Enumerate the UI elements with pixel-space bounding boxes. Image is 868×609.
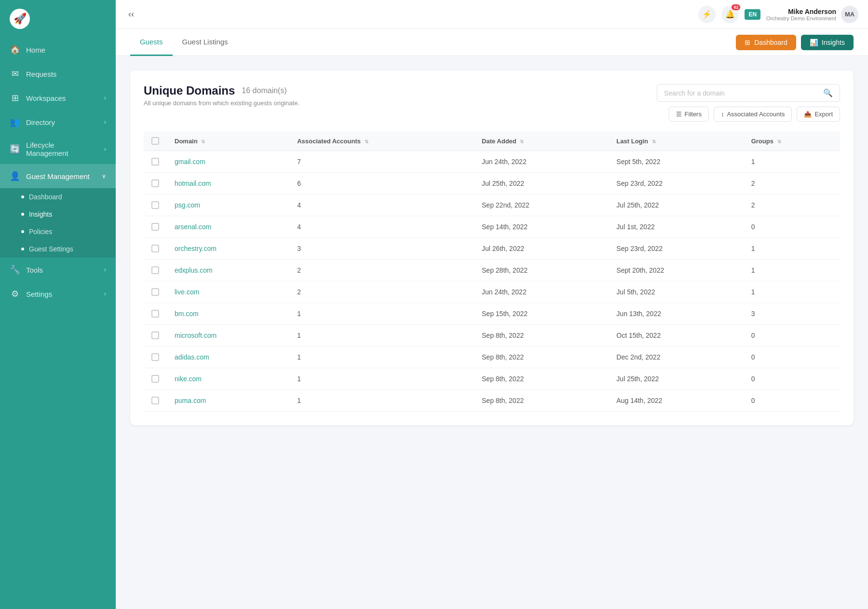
sidebar-item-home[interactable]: 🏠 Home [0,38,116,62]
sidebar-item-workspaces[interactable]: ⊞ Workspaces › [0,86,116,110]
domain-link[interactable]: bm.com [175,310,199,318]
home-icon: 🏠 [10,44,20,55]
domain-link[interactable]: puma.com [175,397,206,404]
sidebar-item-dashboard[interactable]: Dashboard [0,188,116,206]
row-checkbox[interactable] [151,158,159,166]
row-checkbox[interactable] [151,201,159,209]
cell-groups: 0 [744,325,840,346]
filter-bar: ☰ Filters ↕ Associated Accounts 📤 Export [669,107,840,122]
domain-link[interactable]: psg.com [175,201,200,209]
cell-domain: adidas.com [167,346,289,368]
sidebar-item-guest-settings[interactable]: Guest Settings [0,240,116,258]
filters-button[interactable]: ☰ Filters [669,107,709,122]
sidebar: 🚀 🏠 Home ✉ Requests ⊞ Workspaces › 👥 Dir… [0,0,116,609]
sidebar-item-requests[interactable]: ✉ Requests [0,62,116,86]
sort-icon: ⇅ [652,139,656,144]
column-groups[interactable]: Groups ⇅ [744,131,840,151]
sidebar-item-label: Directory [26,118,55,126]
cell-domain: hotmail.com [167,173,289,194]
table-row: nike.com 1 Sep 8th, 2022 Jul 25th, 2022 … [144,368,840,390]
sidebar-sub-label: Dashboard [29,193,62,201]
lifecycle-icon: 🔄 [10,144,20,154]
sidebar-item-label: Tools [26,266,43,274]
avatar[interactable]: MA [841,6,858,23]
domain-link[interactable]: microsoft.com [175,332,217,339]
search-box: 🔍 [657,84,840,102]
chevron-right-icon: › [104,266,106,273]
sidebar-item-lifecycle[interactable]: 🔄 Lifecycle Management › [0,134,116,164]
domain-link[interactable]: nike.com [175,375,202,383]
domain-link[interactable]: arsenal.com [175,223,211,231]
row-checkbox[interactable] [151,375,159,383]
sidebar-item-policies[interactable]: Policies [0,223,116,240]
row-checkbox-cell [144,151,167,173]
column-associated-accounts[interactable]: Associated Accounts ⇅ [289,131,474,151]
row-checkbox[interactable] [151,245,159,252]
cell-last-login: Sep 23rd, 2022 [609,238,743,260]
table-row: psg.com 4 Sep 22nd, 2022 Jul 25th, 2022 … [144,194,840,216]
cell-domain: live.com [167,281,289,303]
cell-date-added: Sep 22nd, 2022 [474,194,609,216]
table-row: hotmail.com 6 Jul 25th, 2022 Sep 23rd, 2… [144,173,840,194]
cell-accounts: 1 [289,368,474,390]
sidebar-sub-label: Guest Settings [29,245,73,253]
collapse-button[interactable]: ‹‹ [125,6,137,22]
search-icon: 🔍 [823,88,833,97]
sidebar-item-insights[interactable]: Insights [0,206,116,223]
sidebar-item-settings[interactable]: ⚙ Settings › [0,282,116,306]
cell-date-added: Jun 24th, 2022 [474,151,609,173]
domain-link[interactable]: orchestry.com [175,245,217,252]
cell-groups: 1 [744,151,840,173]
notifications-button[interactable]: 🔔 62 [721,6,739,23]
column-domain[interactable]: Domain ⇅ [167,131,289,151]
sidebar-item-guest-management[interactable]: 👤 Guest Management ∨ [0,164,116,188]
search-input[interactable] [664,89,819,97]
row-checkbox[interactable] [151,266,159,274]
row-checkbox[interactable] [151,288,159,296]
sidebar-item-tools[interactable]: 🔧 Tools › [0,258,116,282]
user-environment: Orchestry Demo Environment [766,15,836,21]
export-button[interactable]: 📤 Export [797,107,840,122]
column-date-added[interactable]: Date Added ⇅ [474,131,609,151]
cell-domain: bm.com [167,303,289,325]
row-checkbox[interactable] [151,180,159,187]
table-row: puma.com 1 Sep 8th, 2022 Aug 14th, 2022 … [144,390,840,412]
domain-link[interactable]: hotmail.com [175,180,211,187]
cell-groups: 0 [744,346,840,368]
cell-accounts: 1 [289,346,474,368]
row-checkbox[interactable] [151,397,159,404]
domain-link[interactable]: gmail.com [175,158,205,166]
dot-icon [21,213,24,216]
row-checkbox-cell [144,260,167,281]
language-button[interactable]: EN [745,9,760,20]
sidebar-item-directory[interactable]: 👥 Directory › [0,110,116,134]
dot-icon [21,230,24,233]
tab-guest-listings[interactable]: Guest Listings [173,29,238,56]
domain-link[interactable]: adidas.com [175,353,209,361]
sidebar-sub-label: Insights [29,210,52,218]
row-checkbox[interactable] [151,310,159,318]
app-logo-icon: 🚀 [10,9,30,29]
page-title: Unique Domains [144,84,235,97]
domain-link[interactable]: edxplus.com [175,266,213,274]
filter-icon: ☰ [676,111,682,118]
tab-guests[interactable]: Guests [130,29,173,56]
cell-accounts: 4 [289,216,474,238]
domain-link[interactable]: live.com [175,288,199,296]
cell-accounts: 1 [289,390,474,412]
select-all-checkbox[interactable] [151,137,159,145]
column-last-login[interactable]: Last Login ⇅ [609,131,743,151]
sidebar-item-label: Home [26,46,45,54]
row-checkbox[interactable] [151,353,159,361]
sort-icon: ⇅ [365,139,368,144]
row-checkbox[interactable] [151,332,159,339]
table-row: bm.com 1 Sep 15th, 2022 Jun 13th, 2022 3 [144,303,840,325]
insights-button[interactable]: 📊 Insights [801,35,854,50]
activity-button[interactable]: ⚡ [698,6,716,23]
associated-accounts-button[interactable]: ↕ Associated Accounts [714,107,792,122]
row-checkbox-cell [144,238,167,260]
cell-last-login: Sept 5th, 2022 [609,151,743,173]
user-text: Mike Anderson Orchestry Demo Environment [766,8,836,21]
row-checkbox[interactable] [151,223,159,231]
dashboard-button[interactable]: ⊞ Dashboard [736,35,796,50]
